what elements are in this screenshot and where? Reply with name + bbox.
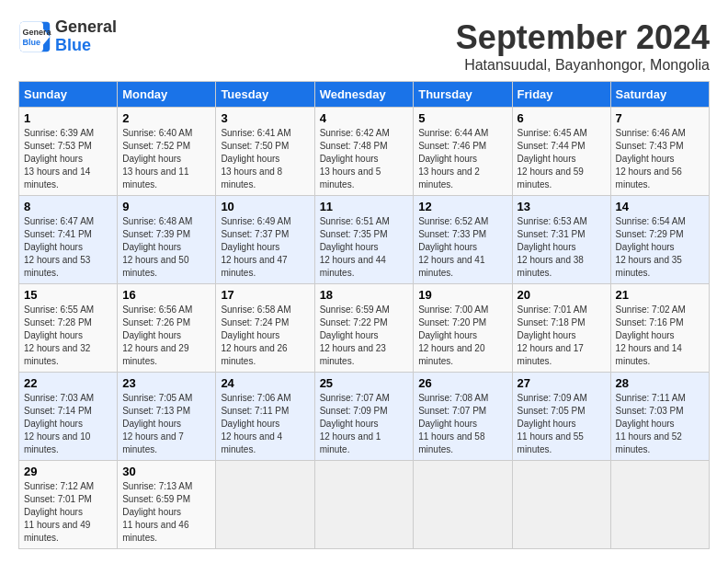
logo-text: GeneralBlue <box>55 18 117 55</box>
table-row: 27 Sunrise: 7:09 AMSunset: 7:05 PMDaylig… <box>512 373 610 461</box>
page-header: General Blue GeneralBlue September 2024 … <box>18 18 710 74</box>
table-row: 5 Sunrise: 6:44 AMSunset: 7:46 PMDayligh… <box>414 108 512 196</box>
svg-text:Blue: Blue <box>23 38 41 47</box>
day-info: Sunrise: 7:13 AMSunset: 6:59 PMDaylight … <box>122 481 192 543</box>
calendar-week-row: 15 Sunrise: 6:55 AMSunset: 7:28 PMDaylig… <box>19 284 710 373</box>
day-info: Sunrise: 7:12 AMSunset: 7:01 PMDaylight … <box>24 481 94 543</box>
day-info: Sunrise: 6:47 AMSunset: 7:41 PMDaylight … <box>24 216 94 278</box>
day-number: 3 <box>221 111 309 125</box>
day-number: 12 <box>418 200 506 213</box>
day-number: 24 <box>221 376 309 390</box>
calendar-table: Sunday Monday Tuesday Wednesday Thursday… <box>18 81 710 549</box>
day-info: Sunrise: 6:58 AMSunset: 7:24 PMDaylight … <box>221 304 290 366</box>
day-number: 17 <box>221 288 309 302</box>
calendar-week-row: 1 Sunrise: 6:39 AMSunset: 7:53 PMDayligh… <box>19 108 710 196</box>
header-friday: Friday <box>512 82 610 108</box>
table-row: 30 Sunrise: 7:13 AMSunset: 6:59 PMDaylig… <box>118 461 216 549</box>
day-number: 15 <box>24 288 112 302</box>
table-row <box>314 461 414 549</box>
day-number: 20 <box>518 288 606 302</box>
day-number: 21 <box>616 288 704 302</box>
table-row: 24 Sunrise: 7:06 AMSunset: 7:11 PMDaylig… <box>216 373 314 461</box>
header-wednesday: Wednesday <box>314 82 414 108</box>
table-row: 26 Sunrise: 7:08 AMSunset: 7:07 PMDaylig… <box>414 373 512 461</box>
svg-text:General: General <box>23 28 52 37</box>
day-info: Sunrise: 6:53 AMSunset: 7:31 PMDaylight … <box>518 216 587 278</box>
day-number: 7 <box>616 111 704 125</box>
day-number: 18 <box>320 288 409 302</box>
table-row: 15 Sunrise: 6:55 AMSunset: 7:28 PMDaylig… <box>19 284 118 373</box>
table-row: 23 Sunrise: 7:05 AMSunset: 7:13 PMDaylig… <box>118 373 216 461</box>
table-row: 21 Sunrise: 7:02 AMSunset: 7:16 PMDaylig… <box>610 284 709 373</box>
table-row: 16 Sunrise: 6:56 AMSunset: 7:26 PMDaylig… <box>118 284 216 373</box>
day-number: 8 <box>24 200 112 213</box>
day-info: Sunrise: 7:11 AMSunset: 7:03 PMDaylight … <box>616 393 686 454</box>
location-title: Hatansuudal, Bayanhongor, Mongolia <box>456 57 710 74</box>
day-number: 23 <box>122 376 210 390</box>
day-number: 22 <box>24 376 112 390</box>
table-row: 29 Sunrise: 7:12 AMSunset: 7:01 PMDaylig… <box>19 461 118 549</box>
day-info: Sunrise: 6:48 AMSunset: 7:39 PMDaylight … <box>122 216 192 278</box>
day-info: Sunrise: 6:46 AMSunset: 7:43 PMDaylight … <box>616 128 686 190</box>
table-row: 25 Sunrise: 7:07 AMSunset: 7:09 PMDaylig… <box>314 373 414 461</box>
calendar-week-row: 8 Sunrise: 6:47 AMSunset: 7:41 PMDayligh… <box>19 196 710 284</box>
day-number: 5 <box>418 111 506 125</box>
table-row: 9 Sunrise: 6:48 AMSunset: 7:39 PMDayligh… <box>118 196 216 284</box>
table-row: 20 Sunrise: 7:01 AMSunset: 7:18 PMDaylig… <box>512 284 610 373</box>
table-row: 8 Sunrise: 6:47 AMSunset: 7:41 PMDayligh… <box>19 196 118 284</box>
day-info: Sunrise: 6:39 AMSunset: 7:53 PMDaylight … <box>24 128 94 190</box>
day-number: 2 <box>122 111 210 125</box>
day-info: Sunrise: 7:02 AMSunset: 7:16 PMDaylight … <box>616 304 686 366</box>
table-row: 10 Sunrise: 6:49 AMSunset: 7:37 PMDaylig… <box>216 196 314 284</box>
day-number: 4 <box>320 111 409 125</box>
header-monday: Monday <box>118 82 216 108</box>
day-number: 28 <box>616 376 704 390</box>
table-row: 19 Sunrise: 7:00 AMSunset: 7:20 PMDaylig… <box>414 284 512 373</box>
day-info: Sunrise: 7:08 AMSunset: 7:07 PMDaylight … <box>418 393 488 454</box>
table-row: 13 Sunrise: 6:53 AMSunset: 7:31 PMDaylig… <box>512 196 610 284</box>
day-number: 29 <box>24 465 112 478</box>
table-row <box>512 461 610 549</box>
day-info: Sunrise: 6:55 AMSunset: 7:28 PMDaylight … <box>24 304 94 366</box>
calendar-week-row: 29 Sunrise: 7:12 AMSunset: 7:01 PMDaylig… <box>19 461 710 549</box>
table-row: 17 Sunrise: 6:58 AMSunset: 7:24 PMDaylig… <box>216 284 314 373</box>
day-number: 27 <box>518 376 606 390</box>
day-number: 6 <box>518 111 606 125</box>
day-info: Sunrise: 6:54 AMSunset: 7:29 PMDaylight … <box>616 216 686 278</box>
day-info: Sunrise: 6:51 AMSunset: 7:35 PMDaylight … <box>320 216 390 278</box>
day-info: Sunrise: 7:00 AMSunset: 7:20 PMDaylight … <box>418 304 488 366</box>
day-info: Sunrise: 6:40 AMSunset: 7:52 PMDaylight … <box>122 128 192 190</box>
table-row <box>216 461 314 549</box>
day-number: 14 <box>616 200 704 213</box>
day-number: 13 <box>518 200 606 213</box>
header-sunday: Sunday <box>19 82 118 108</box>
calendar-title-area: September 2024 Hatansuudal, Bayanhongor,… <box>456 18 710 74</box>
table-row: 18 Sunrise: 6:59 AMSunset: 7:22 PMDaylig… <box>314 284 414 373</box>
table-row: 2 Sunrise: 6:40 AMSunset: 7:52 PMDayligh… <box>118 108 216 196</box>
day-info: Sunrise: 6:41 AMSunset: 7:50 PMDaylight … <box>221 128 290 190</box>
logo: General Blue GeneralBlue <box>18 18 117 55</box>
day-info: Sunrise: 6:44 AMSunset: 7:46 PMDaylight … <box>418 128 488 190</box>
day-info: Sunrise: 6:59 AMSunset: 7:22 PMDaylight … <box>320 304 390 366</box>
day-info: Sunrise: 7:01 AMSunset: 7:18 PMDaylight … <box>518 304 587 366</box>
table-row: 14 Sunrise: 6:54 AMSunset: 7:29 PMDaylig… <box>610 196 709 284</box>
day-info: Sunrise: 6:56 AMSunset: 7:26 PMDaylight … <box>122 304 192 366</box>
table-row: 22 Sunrise: 7:03 AMSunset: 7:14 PMDaylig… <box>19 373 118 461</box>
table-row: 7 Sunrise: 6:46 AMSunset: 7:43 PMDayligh… <box>610 108 709 196</box>
header-thursday: Thursday <box>414 82 512 108</box>
table-row: 12 Sunrise: 6:52 AMSunset: 7:33 PMDaylig… <box>414 196 512 284</box>
table-row: 3 Sunrise: 6:41 AMSunset: 7:50 PMDayligh… <box>216 108 314 196</box>
day-number: 26 <box>418 376 506 390</box>
day-info: Sunrise: 7:09 AMSunset: 7:05 PMDaylight … <box>518 393 587 454</box>
day-number: 25 <box>320 376 409 390</box>
day-number: 16 <box>122 288 210 302</box>
day-number: 30 <box>122 465 210 478</box>
day-number: 9 <box>122 200 210 213</box>
day-info: Sunrise: 6:49 AMSunset: 7:37 PMDaylight … <box>221 216 290 278</box>
table-row <box>610 461 709 549</box>
logo-icon: General Blue <box>18 20 51 53</box>
day-info: Sunrise: 6:45 AMSunset: 7:44 PMDaylight … <box>518 128 587 190</box>
day-number: 1 <box>24 111 112 125</box>
header-saturday: Saturday <box>610 82 709 108</box>
table-row: 28 Sunrise: 7:11 AMSunset: 7:03 PMDaylig… <box>610 373 709 461</box>
